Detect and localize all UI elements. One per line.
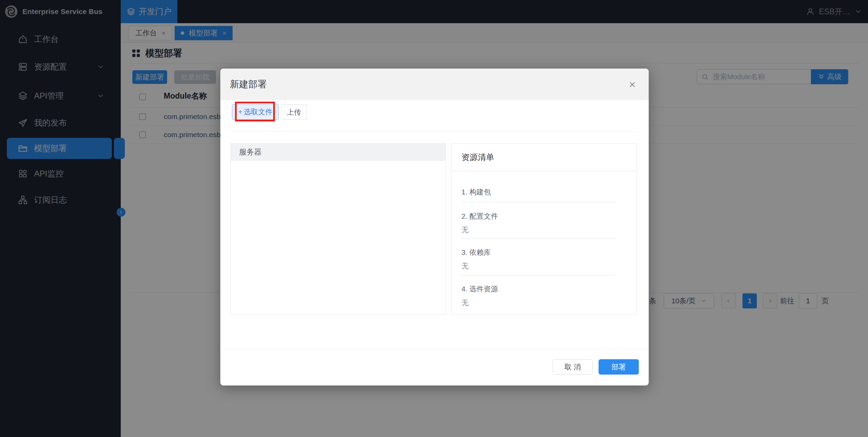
resource-item-value: 无 xyxy=(461,298,469,308)
cancel-button[interactable]: 取 消 xyxy=(553,359,593,375)
new-deploy-dialog: 新建部署 × + 选取文件 上传 服务器 资源清单 1. 构建包 2. 配置文件… xyxy=(220,69,649,385)
dialog-header: 新建部署 × xyxy=(220,69,649,100)
server-panel: 服务器 xyxy=(231,143,446,315)
divider xyxy=(220,349,649,349)
deploy-button[interactable]: 部署 xyxy=(599,359,639,375)
divider xyxy=(461,275,616,275)
divider xyxy=(461,238,616,238)
divider xyxy=(231,131,638,132)
server-panel-header: 服务器 xyxy=(231,144,445,161)
resource-item-value: 无 xyxy=(461,261,469,271)
resource-panel-title: 资源清单 xyxy=(452,144,636,171)
dialog-title: 新建部署 xyxy=(230,69,267,100)
divider xyxy=(461,202,616,202)
app-root: Enterprise Service Bus 开发门户 ESB开… xyxy=(0,0,868,437)
resource-item-label: 1. 构建包 xyxy=(461,187,491,197)
annotation-highlight-box xyxy=(235,102,275,121)
resource-item-label: 2. 配置文件 xyxy=(461,212,498,221)
resource-list-panel: 资源清单 1. 构建包 2. 配置文件 无 3. 依赖库 无 4. 选件资源 无 xyxy=(451,143,637,315)
resource-item-label: 3. 依赖库 xyxy=(461,248,491,257)
close-icon[interactable]: × xyxy=(625,77,640,92)
resource-item-label: 4. 选件资源 xyxy=(461,284,498,294)
resource-item-value: 无 xyxy=(461,225,469,235)
upload-button[interactable]: 上传 xyxy=(281,104,307,120)
